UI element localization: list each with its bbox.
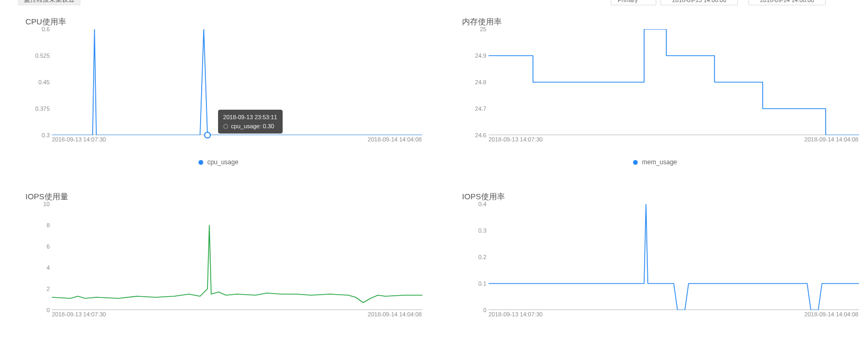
legend-dot-icon [633, 160, 638, 165]
chart-mem[interactable]: 24.624.724.824.925 2018-09-13 14:07:30 2… [462, 29, 858, 140]
panel-title: IOPS使用量 [25, 192, 426, 202]
x-end-label: 2018-09-14 14:04:08 [368, 311, 422, 317]
instance-dropdown[interactable]: Primary [611, 0, 656, 5]
start-time-field[interactable]: 2018-09-13 14:00:00 [661, 0, 738, 5]
panel-iopr: IOPS使用率 00.10.20.30.4 2018-09-13 14:07:3… [447, 190, 863, 354]
top-bar: 监控粒度采集设置 Primary 2018-09-13 14:00:00 201… [0, 0, 868, 5]
panel-title: IOPS使用率 [462, 192, 863, 202]
end-time-field[interactable]: 2018-09-14 14:00:00 [748, 0, 826, 5]
x-start-label: 2018-09-13 14:07:30 [52, 311, 106, 317]
tooltip-time: 2018-09-13 23:53:11 [223, 113, 277, 122]
x-end-label: 2018-09-14 14:04:08 [804, 311, 858, 317]
x-start-label: 2018-09-13 14:07:30 [489, 311, 542, 317]
x-start-label: 2018-09-13 14:07:30 [489, 136, 542, 143]
legend-dot-icon [198, 160, 203, 165]
chart-cpu[interactable]: 0.30.3750.450.5250.6 2018-09-13 14:07:30… [25, 29, 422, 140]
panel-title: 内存使用率 [462, 17, 863, 27]
x-end-label: 2018-09-14 14:04:08 [804, 136, 858, 143]
chart-tooltip: 2018-09-13 23:53:11 cpu_usage: 0.30 [218, 110, 283, 134]
legend-label: cpu_usage [207, 158, 239, 166]
legend-label: mem_usage [642, 158, 677, 166]
x-end-label: 2018-09-14 14:04:08 [368, 136, 422, 143]
hover-marker [204, 132, 211, 139]
legend-mem[interactable]: mem_usage [447, 158, 863, 166]
panel-title: CPU使用率 [25, 17, 426, 27]
chart-iops[interactable]: 0246810 2018-09-13 14:07:30 2018-09-14 1… [25, 204, 422, 315]
tooltip-value: 0.30 [263, 123, 274, 129]
panel-cpu: CPU使用率 0.30.3750.450.5250.6 2018-09-13 1… [11, 15, 426, 179]
settings-tab[interactable]: 监控粒度采集设置 [18, 0, 80, 5]
legend-cpu[interactable]: cpu_usage [11, 158, 426, 166]
x-start-label: 2018-09-13 14:07:30 [52, 136, 106, 143]
tooltip-series: cpu_usage [231, 123, 260, 129]
panel-iops: IOPS使用量 0246810 2018-09-13 14:07:30 2018… [11, 190, 426, 354]
chart-iopr[interactable]: 00.10.20.30.4 2018-09-13 14:07:30 2018-0… [462, 204, 858, 315]
panel-mem: 内存使用率 24.624.724.824.925 2018-09-13 14:0… [447, 15, 863, 179]
